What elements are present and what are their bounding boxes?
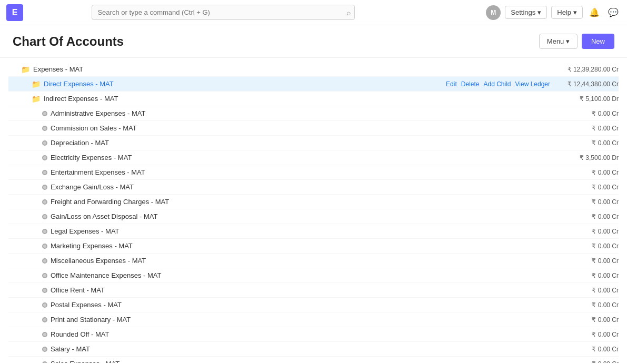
account-amount: ₹ 0.00 Cr — [550, 213, 619, 220]
search-icon: ⌕ — [346, 8, 351, 17]
account-amount: ₹ 0.00 Cr — [550, 346, 619, 353]
add-child-action[interactable]: Add Child — [483, 80, 511, 88]
account-label: Rounded Off - MAT — [51, 330, 110, 338]
leaf-icon — [42, 332, 47, 337]
tree-row[interactable]: Salary - MAT ₹ 0.00 Cr — [8, 342, 619, 357]
direct-expenses-label: Direct Expenses - MAT — [44, 80, 114, 88]
account-amount: ₹ 0.00 Cr — [550, 316, 619, 323]
leaf-icon — [42, 244, 47, 249]
tree-row[interactable]: Rounded Off - MAT ₹ 0.00 Cr — [8, 327, 619, 342]
folder-icon: 📁 — [21, 65, 30, 74]
tree-row[interactable]: Postal Expenses - MAT ₹ 0.00 Cr — [8, 298, 619, 312]
leaf-icon — [42, 258, 47, 264]
search-input[interactable] — [92, 5, 355, 20]
expenses-mat-label: Expenses - MAT — [33, 65, 83, 73]
leaf-icon — [42, 185, 47, 190]
brand-logo[interactable]: E — [6, 4, 23, 21]
account-amount: ₹ 0.00 Cr — [550, 125, 619, 132]
tree-row[interactable]: Office Rent - MAT ₹ 0.00 Cr — [8, 283, 619, 298]
folder-icon-blue: 📁 — [32, 80, 41, 88]
leaf-icon — [42, 214, 47, 219]
account-label: Entertainment Expenses - MAT — [51, 168, 145, 176]
account-amount: ₹ 0.00 Cr — [550, 272, 619, 279]
help-chevron-icon: ▾ — [573, 8, 577, 16]
folder-icon-indirect: 📁 — [32, 95, 41, 103]
tree-row[interactable]: Electricity Expenses - MAT ₹ 3,500.00 Dr — [8, 150, 619, 165]
account-amount: ₹ 0.00 Cr — [550, 301, 619, 309]
tree-row[interactable]: Depreciation - MAT ₹ 0.00 Cr — [8, 136, 619, 150]
account-amount: ₹ 0.00 Cr — [550, 110, 619, 117]
leaf-icon — [42, 317, 47, 322]
account-label: Sales Expenses - MAT — [51, 360, 120, 363]
account-amount: ₹ 0.00 Cr — [550, 242, 619, 250]
account-label: Salary - MAT — [51, 345, 90, 353]
delete-action[interactable]: Delete — [461, 80, 480, 88]
account-amount: ₹ 0.00 Cr — [550, 360, 619, 363]
account-amount: ₹ 0.00 Cr — [550, 169, 619, 176]
menu-button[interactable]: Menu ▾ — [539, 34, 578, 49]
tree-row[interactable]: Exchange Gain/Loss - MAT ₹ 0.00 Cr — [8, 180, 619, 195]
notifications-icon[interactable]: 🔔 — [587, 5, 602, 19]
new-button[interactable]: New — [582, 34, 614, 49]
account-label: Electricity Expenses - MAT — [51, 154, 132, 161]
expenses-mat-amount: ₹ 12,39,280.00 Cr — [550, 66, 619, 73]
account-label: Marketing Expenses - MAT — [51, 242, 133, 250]
tree-row[interactable]: Marketing Expenses - MAT ₹ 0.00 Cr — [8, 239, 619, 254]
settings-button[interactable]: Settings ▾ — [505, 6, 547, 19]
context-actions: Edit Delete Add Child View Ledger — [446, 80, 550, 88]
help-button[interactable]: Help ▾ — [551, 6, 583, 19]
edit-action[interactable]: Edit — [446, 80, 457, 88]
tree-row[interactable]: Entertainment Expenses - MAT ₹ 0.00 Cr — [8, 165, 619, 180]
account-amount: ₹ 0.00 Cr — [550, 287, 619, 294]
leaf-icon — [42, 361, 47, 363]
indirect-expenses-amount: ₹ 5,100.00 Dr — [550, 95, 619, 103]
navbar-right: M Settings ▾ Help ▾ 🔔 💬 — [486, 5, 621, 20]
leaf-icon — [42, 347, 47, 352]
chat-icon[interactable]: 💬 — [606, 5, 621, 19]
page-header-actions: Menu ▾ New — [539, 34, 614, 49]
tree-row[interactable]: Sales Expenses - MAT ₹ 0.00 Cr — [8, 357, 619, 363]
direct-expenses-amount: ₹ 12,44,380.00 Cr — [550, 80, 619, 88]
leaf-icon — [42, 229, 47, 234]
account-amount: ₹ 0.00 Cr — [550, 257, 619, 265]
search-bar: ⌕ — [92, 5, 355, 20]
settings-chevron-icon: ▾ — [538, 8, 541, 16]
avatar: M — [486, 5, 501, 20]
account-label: Postal Expenses - MAT — [51, 301, 122, 309]
account-label: Depreciation - MAT — [51, 139, 109, 147]
account-label: Commission on Sales - MAT — [51, 124, 137, 132]
account-label: Legal Expenses - MAT — [51, 227, 120, 235]
navbar: E ⌕ M Settings ▾ Help ▾ 🔔 💬 — [0, 0, 627, 25]
indirect-expenses-label: Indirect Expenses - MAT — [44, 95, 118, 103]
help-label: Help — [557, 8, 571, 16]
leaf-icon — [42, 140, 47, 146]
account-label: Exchange Gain/Loss - MAT — [51, 183, 134, 191]
account-amount: ₹ 0.00 Cr — [550, 184, 619, 191]
account-label: Office Rent - MAT — [51, 286, 105, 294]
view-ledger-action[interactable]: View Ledger — [515, 80, 551, 88]
tree-row[interactable]: Administrative Expenses - MAT ₹ 0.00 Cr — [8, 106, 619, 121]
account-amount: ₹ 0.00 Cr — [550, 228, 619, 235]
tree-row[interactable]: 📁 Expenses - MAT ₹ 12,39,280.00 Cr — [8, 62, 619, 77]
leaf-icon — [42, 170, 47, 175]
tree-row[interactable]: Miscellaneous Expenses - MAT ₹ 0.00 Cr — [8, 254, 619, 268]
leaf-icon — [42, 302, 47, 308]
tree-row[interactable]: Office Maintenance Expenses - MAT ₹ 0.00… — [8, 268, 619, 283]
account-label: Gain/Loss on Asset Disposal - MAT — [51, 213, 158, 220]
tree-row-direct-expenses[interactable]: 📁 Direct Expenses - MAT Edit Delete Add … — [8, 77, 619, 92]
account-label: Print and Stationary - MAT — [51, 316, 131, 323]
tree-row[interactable]: Freight and Forwarding Charges - MAT ₹ 0… — [8, 195, 619, 209]
account-amount: ₹ 0.00 Cr — [550, 198, 619, 206]
account-label: Administrative Expenses - MAT — [51, 109, 145, 117]
page-title: Chart Of Accounts — [13, 34, 124, 49]
tree-row[interactable]: Gain/Loss on Asset Disposal - MAT ₹ 0.00… — [8, 209, 619, 224]
leaf-icon — [42, 155, 47, 160]
tree-row[interactable]: Print and Stationary - MAT ₹ 0.00 Cr — [8, 312, 619, 327]
tree-row[interactable]: Legal Expenses - MAT ₹ 0.00 Cr — [8, 224, 619, 239]
page-header: Chart Of Accounts Menu ▾ New — [0, 25, 627, 58]
account-amount: ₹ 0.00 Cr — [550, 331, 619, 338]
tree-row-indirect-expenses[interactable]: 📁 Indirect Expenses - MAT ₹ 5,100.00 Dr — [8, 92, 619, 106]
tree-row[interactable]: Commission on Sales - MAT ₹ 0.00 Cr — [8, 121, 619, 136]
leaf-icon — [42, 199, 47, 205]
account-amount: ₹ 3,500.00 Dr — [550, 154, 619, 161]
